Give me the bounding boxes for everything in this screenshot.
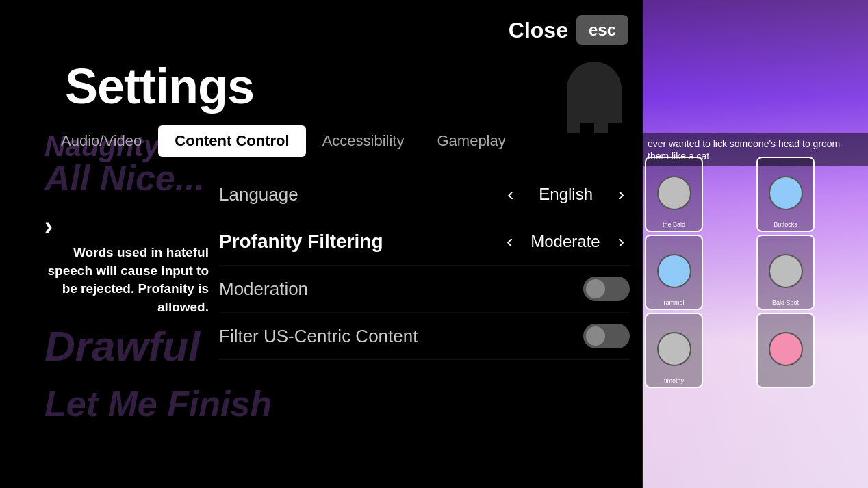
tab-audio-video[interactable]: Audio/Video [44, 125, 158, 157]
char-card-1: the Bald [645, 157, 703, 232]
char-card-6 [756, 313, 815, 388]
watermark-drawful: Drawful [44, 322, 200, 370]
setting-row-filter-us: Filter US-Centric Content [219, 313, 630, 360]
profanity-prev-button[interactable]: ‹ [501, 229, 518, 254]
char-card-5: timothy [645, 313, 703, 388]
tooltip-arrow-icon: › [44, 212, 53, 241]
esc-button[interactable]: esc [576, 15, 628, 45]
tab-bar: Audio/Video Content Control Accessibilit… [44, 125, 522, 157]
profanity-value: Moderate [531, 232, 600, 251]
tab-gameplay[interactable]: Gameplay [420, 125, 522, 157]
language-control: ‹ English › [502, 182, 630, 207]
watermark-let-me-finish: Let Me Finish [44, 383, 272, 424]
language-value: English [532, 185, 600, 204]
filter-us-toggle[interactable] [583, 324, 630, 348]
moderation-label: Moderation [219, 279, 308, 300]
tab-accessibility[interactable]: Accessibility [306, 125, 421, 157]
tab-content-control[interactable]: Content Control [158, 125, 305, 157]
profanity-next-button[interactable]: › [613, 229, 630, 254]
close-button[interactable]: Close [509, 18, 568, 43]
char-card-2: Buttocks [756, 157, 815, 232]
moderation-toggle[interactable] [583, 277, 630, 301]
language-label: Language [219, 184, 298, 205]
tooltip-text: Words used in hateful speech will cause … [44, 244, 209, 316]
settings-title: Settings [65, 58, 254, 114]
char-card-4: Bald Spot [756, 235, 815, 310]
tooltip-box: › Words used in hateful speech will caus… [44, 212, 209, 316]
filter-us-label: Filter US-Centric Content [219, 326, 418, 347]
ghost-icon [553, 62, 635, 144]
profanity-label: Profanity Filtering [219, 231, 383, 253]
language-prev-button[interactable]: ‹ [502, 182, 519, 207]
language-next-button[interactable]: › [613, 182, 630, 207]
char-card-3: rammel [645, 235, 703, 310]
setting-row-language: Language ‹ English › [219, 171, 630, 218]
characters-area: the Bald Buttocks rammel Bald Spot timot… [642, 154, 868, 391]
close-area: Close esc [509, 15, 628, 45]
settings-content: Language ‹ English › Profanity Filtering… [219, 171, 630, 360]
watermark-all-nice: All Nice... [44, 157, 205, 198]
setting-row-moderation: Moderation [219, 266, 630, 313]
profanity-control: ‹ Moderate › [501, 229, 630, 254]
setting-row-profanity: Profanity Filtering ‹ Moderate › [219, 218, 630, 266]
